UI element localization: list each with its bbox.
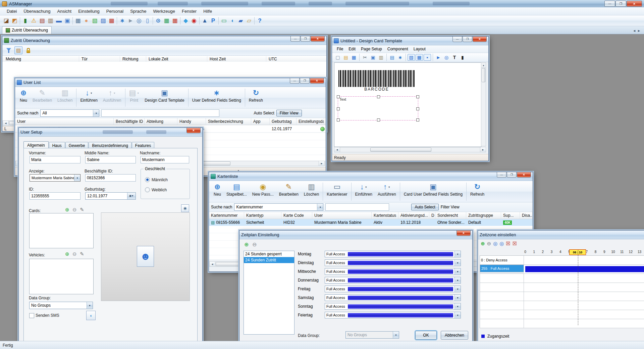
restore-button[interactable]: ❐ — [507, 172, 517, 178]
column-header-kartennummer[interactable]: Kartennummer — [209, 212, 244, 219]
close-button[interactable]: × — [627, 1, 642, 7]
minimize-button[interactable]: — — [290, 78, 300, 84]
delete-all-icon[interactable]: ☒ — [513, 241, 517, 247]
scroll-up-icon[interactable]: ▲ — [481, 63, 486, 68]
scroll-left-icon[interactable]: ◄ — [3, 121, 9, 126]
edit-card-icon[interactable]: ✎ — [80, 207, 84, 212]
kartenliste-kartenleser-button[interactable]: ▭Kartenleser — [324, 182, 350, 198]
menu-item-datei[interactable]: Datei — [3, 8, 20, 15]
resize-handle[interactable] — [337, 95, 340, 98]
delete-interval-icon[interactable]: ☒ — [506, 241, 510, 247]
tab-zutritt-ueberwachung[interactable]: Zutritt Überwachung — [2, 26, 52, 34]
vehicles-listbox[interactable] — [29, 259, 94, 294]
kartenliste-titlebar[interactable]: Kartenliste — ❐ × — [209, 172, 533, 181]
zone-timeline[interactable] — [524, 292, 644, 301]
column-header-user[interactable]: User — [312, 212, 372, 219]
menu-item-page-setup[interactable]: Page Setup — [358, 46, 385, 52]
cut-icon[interactable]: ✂ — [361, 54, 369, 61]
barcode-tool-icon[interactable]: ▮ — [459, 54, 466, 61]
anzeige-select[interactable]: Mustermann Maria Sabine ▼ — [30, 174, 80, 182]
abbrechen-button[interactable]: Abbrechen — [441, 331, 468, 340]
gear-icon[interactable]: ∗ — [118, 16, 126, 25]
geburtstag-datepicker[interactable]: 12.01.1977 ▦▼ — [85, 192, 136, 200]
kartenliste-ausf-hren-button[interactable]: ↑▼Ausführen — [375, 182, 399, 198]
zone-timeline[interactable] — [524, 256, 644, 264]
barcode-element[interactable] — [338, 70, 415, 87]
column-header-meldung[interactable]: Meldung — [6, 57, 21, 61]
pointer-icon[interactable]: ► — [435, 54, 442, 61]
scroll-right-icon[interactable]: ► — [319, 161, 324, 166]
close-button[interactable]: × — [310, 78, 324, 84]
search-input[interactable] — [101, 109, 219, 117]
settings-icon[interactable]: ∗ — [396, 54, 404, 61]
senden-sms-checkbox[interactable] — [29, 313, 34, 318]
lock-icon[interactable] — [24, 47, 32, 54]
column-header-richtung[interactable]: Richtung — [122, 57, 138, 61]
save-icon[interactable]: ▦ — [350, 54, 358, 61]
help-icon[interactable]: ? — [256, 16, 264, 25]
column-header-t-r[interactable]: Tür — [82, 57, 88, 61]
search-field-select[interactable]: Kartennummer ▼ — [234, 203, 323, 211]
close-button[interactable]: × — [473, 37, 487, 42]
card-red-icon[interactable]: ▩ — [107, 16, 116, 25]
sms-icon[interactable]: ◖ — [86, 311, 96, 320]
dropdown-arrow-icon[interactable]: ▼ — [137, 92, 139, 94]
add-card-icon[interactable]: ⊕ — [65, 207, 69, 212]
vehicle-icon[interactable]: ▬ — [55, 16, 63, 25]
designer-vscrollbar[interactable]: ▲ — [481, 62, 486, 146]
column-header-sup[interactable]: Sup... — [501, 212, 520, 219]
maennlich-radio[interactable] — [145, 177, 150, 182]
user-list-titlebar[interactable]: User List — ❐ × — [15, 78, 326, 87]
access-select-sonntag[interactable]: Full Access▼ — [325, 303, 461, 310]
menu-item-ansicht[interactable]: Ansicht — [54, 8, 75, 15]
middle-name-field[interactable] — [85, 156, 136, 163]
access-interval-bar[interactable] — [525, 266, 644, 272]
scroll-left-icon[interactable]: ◄ — [334, 147, 340, 152]
snap-icon[interactable]: ▪ — [424, 54, 431, 61]
menu-item-hilfe[interactable]: Hilfe — [200, 8, 215, 15]
column-header-zutrittsgruppe[interactable]: Zutrittsgruppe — [466, 212, 501, 219]
menu-item-component[interactable]: Component — [385, 46, 411, 52]
resize-handle[interactable] — [337, 107, 340, 110]
add-vehicle-icon[interactable]: ⊕ — [65, 251, 69, 257]
zone-timeline[interactable] — [524, 310, 644, 319]
add-icon[interactable]: ⊕ — [481, 241, 485, 247]
timezone-row-3[interactable] — [480, 283, 644, 292]
scroll-left-icon[interactable]: ◄ — [210, 262, 215, 266]
chevron-down-icon[interactable]: ▼ — [454, 286, 461, 292]
remove-card-icon[interactable]: ⊖ — [72, 207, 77, 212]
kartenliste-refresh-button[interactable]: ↻Refresh — [468, 182, 487, 198]
filter-view-label[interactable]: Filter View — [441, 205, 460, 209]
card-grid-icon[interactable]: ▨ — [99, 16, 107, 25]
chevron-down-icon[interactable]: ▼ — [454, 251, 461, 257]
add-schedule-icon[interactable]: ⊕ — [244, 242, 249, 247]
chevron-down-icon[interactable]: ▼ — [454, 277, 461, 283]
column-header-app[interactable]: App — [251, 118, 270, 125]
column-header-host-zeit[interactable]: Host Zeit — [210, 57, 226, 61]
chat-icon[interactable]: ◖ — [228, 16, 236, 25]
edit-vehicle-icon[interactable]: ✎ — [80, 251, 84, 257]
id-field[interactable] — [30, 192, 80, 200]
auto-select-button[interactable]: Auto Select — [411, 204, 438, 210]
user-list-user-defined-fields-setting-button[interactable]: ∗User Defined Fields Setting — [190, 88, 244, 104]
tab-scroll-left-icon[interactable]: ◄ — [633, 29, 636, 33]
resize-handle[interactable] — [416, 118, 419, 121]
cube-icon[interactable]: ◆ — [181, 16, 190, 25]
copy-pages-icon[interactable]: ▣ — [63, 16, 71, 25]
timezone-row-0[interactable]: 0 : Deny Access — [480, 256, 644, 265]
menu-item-einstellung[interactable]: Einstellung — [75, 8, 103, 15]
scroll-thumb[interactable] — [370, 148, 431, 152]
dropdown-arrow-icon[interactable]: ▼ — [113, 92, 116, 94]
fingerprint-icon[interactable]: ◉ — [190, 16, 198, 25]
ok-button[interactable]: OK — [415, 331, 437, 340]
scroll-right-icon[interactable]: ► — [480, 147, 486, 152]
access-select-montag[interactable]: Full Access▼ — [325, 251, 461, 257]
minimize-button[interactable]: — — [604, 1, 615, 7]
column-header-stellenbezeichnung[interactable]: Stellenbezeichnung — [206, 118, 251, 125]
monitor-icon[interactable]: ▭ — [220, 16, 228, 25]
kartenliste-l-schen-button[interactable]: ▥Löschen — [301, 182, 322, 198]
column-header-utc[interactable]: UTC — [269, 57, 277, 61]
designer-titlebar[interactable]: Untitled - Design Card Template — ❐ × — [332, 37, 488, 45]
vorname-field[interactable] — [30, 156, 80, 163]
kartenliste-einf-hren-button[interactable]: ↓▼Einführen — [353, 182, 375, 198]
